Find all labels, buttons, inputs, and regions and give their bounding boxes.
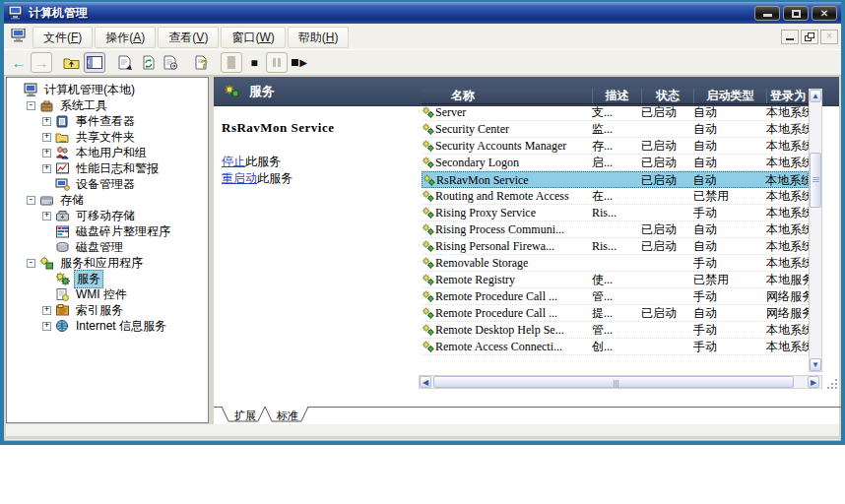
pause-service-button[interactable] — [266, 52, 288, 73]
tab-standard[interactable]: 标准 — [277, 409, 298, 423]
table-row[interactable]: Security Center监...自动本地系统 — [422, 121, 809, 138]
tree-item-label[interactable]: WMI 控件 — [74, 286, 129, 303]
resize-grip[interactable] — [825, 377, 837, 389]
table-row[interactable]: Remote Access Connecti...创...手动本地系统 — [422, 339, 809, 355]
tree-item-label[interactable]: 系统工具 — [58, 97, 109, 114]
horizontal-scroll-thumb[interactable] — [433, 376, 794, 388]
table-row[interactable]: Security Accounts Manager存...已启动自动本地系统 — [422, 138, 809, 155]
tree-item-label[interactable]: 设备管理器 — [74, 176, 137, 193]
table-row[interactable]: Server支...已启动自动本地系统 — [422, 104, 809, 121]
tree-expander[interactable]: + — [42, 149, 51, 158]
scroll-down-arrow[interactable]: ▼ — [810, 358, 821, 371]
scroll-left-arrow[interactable]: ◀ — [420, 376, 431, 388]
show-tree-button[interactable] — [84, 52, 105, 73]
tree-expander[interactable]: + — [42, 212, 51, 220]
column-header-3[interactable]: 启动类型 — [693, 89, 766, 103]
services-table: 名称描述状态启动类型登录为 Server支...已启动自动本地系统Securit… — [422, 89, 831, 407]
column-header-2[interactable]: 状态 — [641, 89, 693, 103]
vertical-scrollbar[interactable]: ▲ ▼ — [809, 89, 822, 372]
tree-item-label[interactable]: 事件查看器 — [74, 113, 137, 130]
tree-item-label[interactable]: 存储 — [58, 192, 86, 209]
tree-expander[interactable]: - — [27, 259, 35, 268]
mdi-minimize-button[interactable] — [781, 30, 799, 44]
tree-item-2[interactable]: +事件查看器 — [7, 113, 208, 129]
tree-item-3[interactable]: +共享文件夹 — [7, 129, 208, 145]
help-button[interactable]: ? — [190, 52, 212, 73]
tree-item-label[interactable]: 索引服务 — [74, 302, 125, 319]
table-row[interactable]: Secondary Logon启...已启动自动本地系统 — [422, 155, 809, 171]
refresh-button[interactable] — [137, 52, 159, 73]
table-row[interactable]: Remote Procedure Call ...提...已启动自动网络服务 — [422, 305, 809, 322]
scroll-right-arrow[interactable]: ▶ — [808, 376, 819, 388]
tree-expander[interactable]: - — [27, 196, 35, 205]
export-list-button[interactable] — [160, 52, 181, 73]
storage-icon — [39, 193, 54, 207]
tree-item-label[interactable]: 磁盘管理 — [74, 239, 125, 256]
vertical-scroll-thumb[interactable] — [810, 153, 821, 208]
tree-expander[interactable]: + — [42, 117, 51, 126]
table-row[interactable]: Remote Desktop Help Se...管...手动本地系统 — [422, 322, 809, 339]
tree-item-7[interactable]: -存储 — [7, 192, 208, 208]
forward-button[interactable]: → — [31, 52, 52, 73]
table-row[interactable]: Removable Storage手动本地系统 — [422, 255, 809, 272]
start-service-button[interactable]: ▶ — [221, 52, 242, 73]
service-action-link[interactable]: 重启动 — [222, 171, 257, 185]
back-button[interactable]: ← — [8, 52, 30, 73]
mdi-close-button[interactable]: × — [820, 30, 838, 44]
tree-item-10[interactable]: 磁盘管理 — [7, 239, 208, 255]
tree-item-label[interactable]: 性能日志和警报 — [74, 160, 161, 177]
table-row[interactable]: RsRavMon Service已启动自动本地系统 — [422, 171, 809, 188]
tree-item-12[interactable]: 服务 — [7, 271, 208, 286]
properties-button[interactable] — [114, 52, 136, 73]
mdi-restore-button[interactable] — [801, 30, 818, 44]
tree-item-6[interactable]: 设备管理器 — [7, 176, 208, 192]
tree-item-label[interactable]: 本地用户和组 — [74, 145, 149, 161]
tree-expander[interactable]: + — [42, 133, 51, 142]
tree-item-1[interactable]: -系统工具 — [7, 97, 208, 113]
tree-item-15[interactable]: +Internet 信息服务 — [7, 318, 208, 334]
tree-item-0[interactable]: 计算机管理(本地) — [7, 82, 208, 97]
column-header-1[interactable]: 描述 — [592, 89, 641, 103]
tree-expander[interactable]: + — [42, 322, 51, 331]
menu-a[interactable]: 操作(A) — [95, 27, 156, 48]
close-button[interactable]: ✕ — [812, 6, 837, 21]
tree-item-13[interactable]: WMI 控件 — [7, 286, 208, 302]
column-header-0[interactable]: 名称 — [422, 89, 592, 103]
tree-expander[interactable]: + — [42, 164, 51, 173]
horizontal-scrollbar[interactable]: ◀ ▶ — [419, 375, 822, 389]
menu-v[interactable]: 查看(V) — [158, 27, 219, 48]
tree-item-label[interactable]: 磁盘碎片整理程序 — [74, 223, 172, 240]
table-row[interactable]: Remote Registry使...已禁用本地服务 — [422, 272, 809, 288]
tab-extended[interactable]: 扩展 — [234, 409, 256, 423]
tree-item-label[interactable]: 可移动存储 — [74, 208, 137, 224]
table-row[interactable]: Routing and Remote Access在...已禁用本地系统 — [422, 188, 809, 205]
tree-item-5[interactable]: +性能日志和警报 — [7, 160, 208, 176]
maximize-button[interactable] — [783, 6, 809, 21]
table-row[interactable]: Rising Proxy ServiceRis...手动本地系统 — [422, 205, 809, 221]
restart-service-button[interactable]: ▶ — [289, 52, 310, 73]
tree-item-11[interactable]: -服务和应用程序 — [7, 255, 208, 271]
menu-w[interactable]: 窗口(W) — [221, 27, 285, 48]
view-tab-strip: 扩展 标准 — [214, 407, 839, 424]
up-folder-button[interactable] — [61, 52, 83, 73]
tree-expander[interactable]: + — [42, 306, 51, 315]
column-header-4[interactable]: 登录为 — [766, 89, 809, 103]
minimize-button[interactable] — [754, 6, 780, 21]
tree-item-label[interactable]: 计算机管理(本地) — [42, 82, 137, 98]
table-row[interactable]: Rising Personal Firewa...Ris...已启动自动本地系统 — [422, 238, 809, 255]
table-row[interactable]: Rising Process Communi...已启动自动本地系统 — [422, 221, 809, 238]
menu-h[interactable]: 帮助(H) — [288, 27, 350, 48]
tree-item-8[interactable]: +可移动存储 — [7, 208, 208, 223]
table-header: 名称描述状态启动类型登录为 — [422, 89, 809, 104]
service-action-link[interactable]: 停止 — [222, 155, 245, 168]
tree-expander[interactable]: - — [27, 101, 35, 110]
tree-item-9[interactable]: 磁盘碎片整理程序 — [7, 223, 208, 239]
scroll-up-arrow[interactable]: ▲ — [810, 90, 821, 102]
menu-f[interactable]: 文件(F) — [32, 27, 93, 48]
stop-service-button[interactable]: ■ — [243, 52, 265, 73]
tree-item-14[interactable]: +索引服务 — [7, 302, 208, 318]
tree-item-label[interactable]: 共享文件夹 — [74, 129, 137, 146]
tree-item-label[interactable]: Internet 信息服务 — [74, 318, 168, 335]
table-row[interactable]: Remote Procedure Call ...管...手动网络服务 — [422, 288, 809, 305]
tree-item-4[interactable]: +本地用户和组 — [7, 145, 208, 160]
